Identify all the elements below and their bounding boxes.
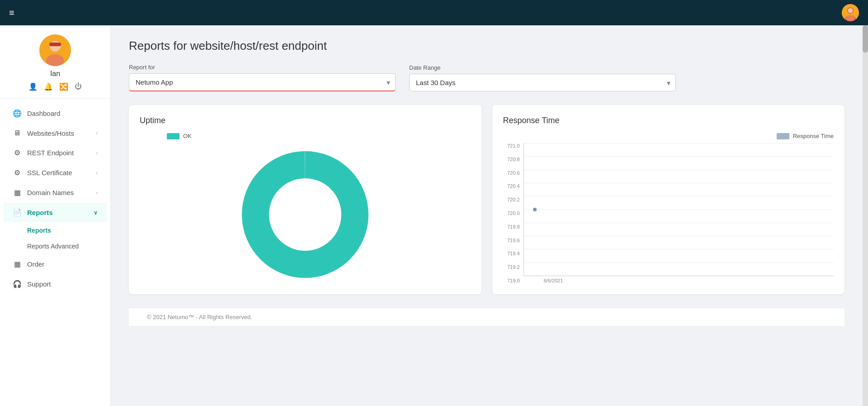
date-range-group: Date Range Last 30 Days (409, 64, 676, 91)
chevron-right-icon-4: › (96, 190, 98, 196)
uptime-card: Uptime OK (129, 105, 481, 294)
dashboard-icon: 🌐 (13, 109, 22, 118)
sidebar-item-domain-names[interactable]: ▦ Domain Names › (4, 183, 107, 202)
sidebar-item-dashboard[interactable]: 🌐 Dashboard (4, 104, 107, 123)
person-icon[interactable]: 👤 (28, 82, 38, 91)
filter-row: Report for Netumo App Date Range Last 30… (129, 64, 844, 91)
sidebar-label-reports: Reports (27, 209, 53, 216)
x-axis-label: 8/6/2021 (524, 278, 834, 283)
report-for-select-wrapper: Netumo App (129, 73, 396, 91)
donut-container: OK (140, 133, 471, 282)
chevron-down-icon: ∨ (94, 210, 98, 216)
hamburger-menu[interactable]: ≡ (9, 8, 14, 18)
response-legend-color (777, 133, 789, 139)
sidebar-label-rest: REST Endpoint (27, 149, 74, 157)
sidebar-sub-label-reports-advanced: Reports Advanced (27, 243, 79, 250)
grid-line (524, 196, 834, 196)
page-title: Reports for website/host/rest endpoint (129, 39, 844, 53)
sidebar-item-order[interactable]: ▦ Order (4, 254, 107, 274)
profile-icons: 👤 🔔 🔀 ⏻ (28, 82, 82, 91)
sidebar-label-domain: Domain Names (27, 189, 74, 196)
sidebar-label-dashboard: Dashboard (27, 110, 60, 117)
grid-line (524, 183, 834, 183)
support-icon: 🎧 (13, 280, 22, 288)
donut-legend-color (167, 133, 179, 139)
svg-rect-8 (49, 43, 61, 46)
date-range-select[interactable]: Last 30 Days (409, 74, 676, 91)
footer: © 2021 Netumo™ - All Rights Reserved. (129, 308, 844, 326)
logout-icon[interactable]: ⏻ (75, 82, 82, 91)
profile-avatar (39, 34, 71, 66)
donut-legend-label: OK (183, 133, 192, 139)
donut-legend: OK (167, 133, 192, 139)
y-axis: 721.0 720.8 720.6 720.4 720.2 720.0 719.… (503, 143, 524, 283)
date-range-select-wrapper: Last 30 Days (409, 74, 676, 91)
grid-line (524, 143, 834, 143)
sidebar-label-support: Support (27, 280, 51, 288)
footer-text: © 2021 Netumo™ - All Rights Reserved. (147, 314, 252, 320)
date-range-label: Date Range (409, 64, 676, 71)
main-layout: Ian 👤 🔔 🔀 ⏻ 🌐 Dashboard 🖥 Websites/Hosts (0, 25, 868, 406)
report-for-group: Report for Netumo App (129, 64, 396, 91)
grid-line (524, 156, 834, 157)
grid-line (524, 170, 834, 170)
sidebar-item-rest-endpoint[interactable]: ⚙ REST Endpoint › (4, 143, 107, 162)
profile-name: Ian (50, 70, 60, 78)
ssl-icon: ⚙ (13, 168, 22, 177)
sidebar-label-order: Order (27, 260, 44, 268)
top-navbar: ≡ (0, 0, 868, 25)
reports-icon: 📄 (13, 208, 22, 217)
domain-icon: ▦ (13, 188, 22, 197)
report-for-label: Report for (129, 64, 396, 71)
response-legend: Response Time (503, 133, 834, 139)
sidebar-item-support[interactable]: 🎧 Support (4, 274, 107, 294)
response-time-card: Response Time Response Time 721.0 720.8 … (492, 105, 845, 294)
svg-point-11 (278, 187, 332, 242)
grid-line (524, 210, 834, 210)
sidebar-sub-reports[interactable]: Reports (4, 223, 107, 238)
report-for-select[interactable]: Netumo App (129, 73, 396, 91)
response-title: Response Time (503, 116, 834, 125)
sidebar-item-reports[interactable]: 📄 Reports ∨ (4, 203, 107, 222)
svg-point-4 (846, 15, 855, 21)
sidebar-item-ssl[interactable]: ⚙ SSL Certificate › (4, 163, 107, 182)
scrollbar-thumb[interactable] (863, 25, 868, 53)
bell-icon[interactable]: 🔔 (44, 82, 53, 91)
data-point (533, 208, 537, 211)
grid-line (524, 223, 834, 223)
scrollbar-track[interactable] (863, 25, 868, 406)
sidebar-profile: Ian 👤 🔔 🔀 ⏻ (0, 25, 110, 99)
grid-line (524, 263, 834, 263)
grid-line (524, 249, 834, 249)
chart-plot (524, 143, 834, 276)
top-nav-avatar[interactable] (842, 4, 859, 21)
sidebar-label-ssl: SSL Certificate (27, 169, 72, 177)
content-area: Reports for website/host/rest endpoint R… (111, 25, 863, 406)
chevron-right-icon: › (96, 130, 98, 136)
sidebar-item-websites-hosts[interactable]: 🖥 Websites/Hosts › (4, 124, 107, 143)
org-icon[interactable]: 🔀 (59, 82, 68, 91)
response-legend-label: Response Time (793, 133, 834, 139)
chevron-right-icon-3: › (96, 170, 98, 176)
charts-row: Uptime OK Response (129, 105, 844, 294)
sidebar: Ian 👤 🔔 🔀 ⏻ 🌐 Dashboard 🖥 Websites/Hosts (0, 25, 111, 406)
uptime-title: Uptime (140, 116, 471, 125)
websites-icon: 🖥 (13, 129, 22, 137)
sidebar-sub-reports-advanced[interactable]: Reports Advanced (4, 239, 107, 254)
donut-svg (237, 147, 373, 282)
rest-icon: ⚙ (13, 148, 22, 157)
sidebar-label-websites: Websites/Hosts (27, 129, 74, 137)
svg-point-3 (848, 8, 853, 13)
sidebar-nav: 🌐 Dashboard 🖥 Websites/Hosts › ⚙ REST En… (0, 99, 110, 406)
sidebar-sub-label-reports: Reports (27, 227, 51, 234)
grid-line (524, 236, 834, 236)
response-chart-container: Response Time 721.0 720.8 720.6 720.4 72… (503, 133, 834, 283)
chevron-right-icon-2: › (96, 150, 98, 156)
chart-axes: 721.0 720.8 720.6 720.4 720.2 720.0 719.… (503, 143, 834, 283)
order-icon: ▦ (13, 260, 22, 268)
